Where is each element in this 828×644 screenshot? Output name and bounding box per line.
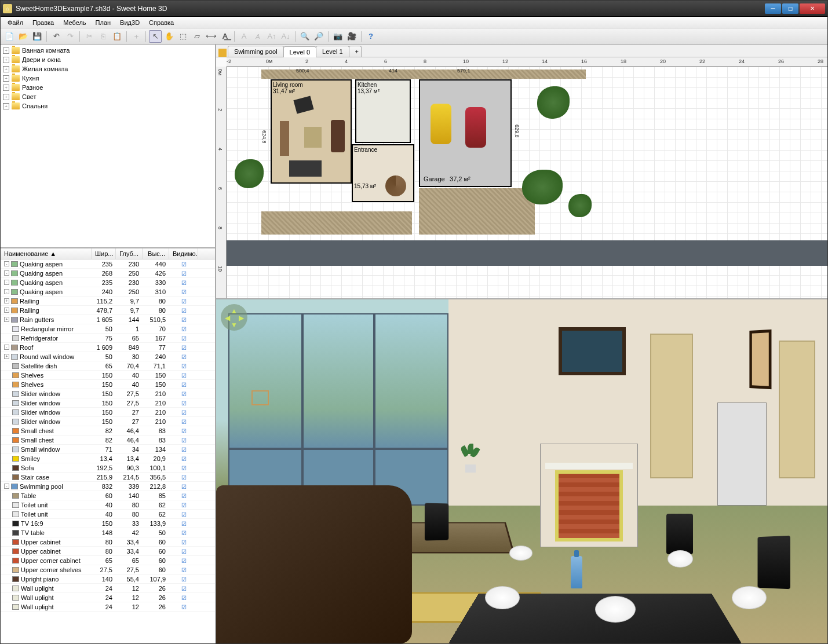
expand-icon[interactable]: + — [3, 103, 9, 109]
furniture-list[interactable]: Наименование ▲ Шир... Глуб... Выс... Вид… — [1, 248, 215, 643]
visible-checkbox[interactable]: ☑ — [181, 447, 187, 453]
furniture-row[interactable]: Slider window15027,5210☑ — [1, 398, 215, 408]
col-visible[interactable]: Видимо... — [169, 248, 198, 259]
visible-checkbox[interactable]: ☑ — [181, 548, 187, 555]
visible-checkbox[interactable]: ☑ — [181, 511, 187, 518]
expand-icon[interactable]: + — [4, 317, 9, 322]
furniture-row[interactable]: -Swimming pool832339212,8☑ — [1, 482, 215, 491]
furniture-row[interactable]: Smiley13,413,420,9☑ — [1, 454, 215, 463]
visible-checkbox[interactable]: ☑ — [181, 465, 187, 471]
visible-checkbox[interactable]: ☑ — [181, 280, 187, 286]
visible-checkbox[interactable]: ☑ — [181, 298, 187, 305]
expand-icon[interactable]: - — [4, 345, 9, 350]
furniture-row[interactable]: Satellite dish6570,471,1☑ — [1, 361, 215, 371]
nav-widget[interactable]: ▲ ◀▶ ▼ — [221, 304, 247, 331]
visible-checkbox[interactable]: ☑ — [181, 576, 187, 583]
select-tool-icon[interactable]: ↖ — [149, 30, 162, 43]
nav-down-icon[interactable]: ▼ — [231, 321, 238, 328]
video-icon[interactable]: 🎥 — [345, 30, 358, 43]
open-icon[interactable]: 📂 — [17, 30, 30, 43]
col-name[interactable]: Наименование ▲ — [1, 248, 92, 259]
expand-icon[interactable]: + — [4, 308, 9, 313]
catalog-item[interactable]: +Жилая комната — [2, 64, 214, 74]
visible-checkbox[interactable]: ☑ — [181, 391, 187, 397]
visible-checkbox[interactable]: ☑ — [181, 400, 187, 407]
visible-checkbox[interactable]: ☑ — [181, 363, 187, 369]
visible-checkbox[interactable]: ☑ — [181, 521, 187, 527]
new-icon[interactable]: 📄 — [3, 30, 16, 43]
visible-checkbox[interactable]: ☑ — [181, 604, 187, 610]
furniture-row[interactable]: Slider window15027,5210☑ — [1, 389, 215, 398]
furniture-shelf[interactable] — [280, 121, 289, 156]
col-height[interactable]: Выс... — [143, 248, 169, 259]
furniture-row[interactable]: Rectangular mirror50170☑ — [1, 324, 215, 334]
car-red[interactable] — [465, 107, 486, 148]
visible-checkbox[interactable]: ☑ — [181, 595, 187, 601]
furniture-row[interactable]: Sofa192,590,3100,1☑ — [1, 463, 215, 473]
furniture-row[interactable]: Shelves15040150☑ — [1, 380, 215, 389]
zoom-out-icon[interactable]: 🔎 — [312, 30, 325, 43]
furniture-row[interactable]: Small window7134134☑ — [1, 445, 215, 454]
expand-icon[interactable]: + — [3, 47, 9, 54]
expand-icon[interactable]: - — [4, 261, 9, 266]
redo-icon[interactable]: ↷ — [64, 30, 76, 43]
furniture-row[interactable]: Small chest8246,483☑ — [1, 426, 215, 436]
help-icon[interactable]: ? — [364, 30, 377, 43]
furniture-row[interactable]: Wall uplight241226☑ — [1, 593, 215, 602]
text-italic-icon[interactable]: A — [251, 30, 264, 43]
furniture-row[interactable]: -Quaking aspen240250310☑ — [1, 287, 215, 297]
visible-checkbox[interactable]: ☑ — [181, 493, 187, 499]
visible-checkbox[interactable]: ☑ — [181, 270, 187, 277]
furniture-row[interactable]: Refridgerator7565167☑ — [1, 334, 215, 343]
text-bold-icon[interactable]: A — [238, 30, 250, 43]
furniture-coffee-table[interactable] — [304, 127, 322, 148]
minimize-button[interactable]: ─ — [765, 3, 781, 14]
visible-checkbox[interactable]: ☑ — [181, 539, 187, 546]
furniture-row[interactable]: Upper corner shelves27,527,560☑ — [1, 565, 215, 575]
catalog-item[interactable]: +Кухня — [2, 74, 214, 83]
menu-правка[interactable]: Правка — [28, 18, 59, 27]
furniture-tv[interactable] — [293, 96, 313, 114]
tree-icon[interactable] — [522, 170, 563, 204]
furniture-row[interactable]: TV table1484250☑ — [1, 528, 215, 537]
menu-вид3d[interactable]: Вид3D — [115, 18, 144, 27]
furniture-row[interactable]: Shelves15040150☑ — [1, 371, 215, 380]
wall-tool-icon[interactable]: ⬚ — [177, 30, 189, 43]
menu-мебель[interactable]: Мебель — [59, 18, 90, 27]
furniture-row[interactable]: Small chest8246,483☑ — [1, 436, 215, 445]
room-garage[interactable]: Garage 37,2 м² — [419, 79, 512, 187]
copy-icon[interactable]: ⎘ — [97, 30, 110, 43]
visible-checkbox[interactable]: ☑ — [181, 326, 187, 332]
visible-checkbox[interactable]: ☑ — [181, 308, 187, 314]
text-size-up-icon[interactable]: A↑ — [265, 30, 278, 43]
tree-icon[interactable] — [568, 194, 592, 217]
catalog-item[interactable]: +Спальня — [2, 101, 214, 111]
visible-checkbox[interactable]: ☑ — [181, 567, 187, 573]
room-kitchen[interactable]: Kitchen 13,37 м² — [355, 79, 411, 143]
save-icon[interactable]: 💾 — [31, 30, 43, 43]
furniture-row[interactable]: +Railing478,79,780☑ — [1, 306, 215, 315]
furniture-row[interactable]: +Round wall window5030240☑ — [1, 352, 215, 361]
add-level-button[interactable]: + — [349, 46, 362, 57]
plan-tab[interactable]: Swimming pool — [228, 46, 284, 57]
visible-checkbox[interactable]: ☑ — [181, 428, 187, 434]
menu-план[interactable]: План — [91, 18, 116, 27]
furniture-row[interactable]: -Quaking aspen235230330☑ — [1, 278, 215, 287]
furniture-row[interactable]: Stair case215,9214,5356,5☑ — [1, 473, 215, 482]
maximize-button[interactable]: ◻ — [782, 3, 798, 14]
pan-tool-icon[interactable]: ✋ — [163, 30, 176, 43]
view-3d[interactable]: ▲ ◀▶ ▼ — [216, 299, 827, 643]
visible-checkbox[interactable]: ☑ — [181, 289, 187, 295]
camera-icon[interactable]: 📷 — [331, 30, 344, 43]
room-tool-icon[interactable]: ▱ — [191, 30, 203, 43]
plan-tab[interactable]: Level 0 — [283, 46, 316, 57]
col-depth[interactable]: Глуб... — [116, 248, 143, 259]
text-tool-icon[interactable]: A͟ — [218, 30, 231, 43]
visible-checkbox[interactable]: ☑ — [181, 409, 187, 416]
furniture-dining[interactable] — [289, 160, 322, 177]
furniture-row[interactable]: -Quaking aspen268250426☑ — [1, 269, 215, 278]
visible-checkbox[interactable]: ☑ — [181, 558, 187, 564]
text-size-down-icon[interactable]: A↓ — [279, 30, 292, 43]
furniture-row[interactable]: Toilet unit408062☑ — [1, 510, 215, 519]
nav-up-icon[interactable]: ▲ — [231, 307, 238, 314]
